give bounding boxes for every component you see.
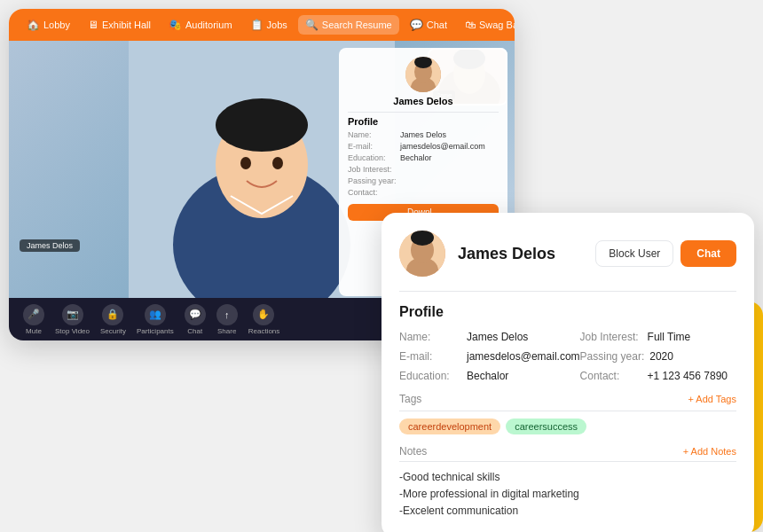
mute-button[interactable]: 🎤 Mute — [23, 304, 44, 335]
chat-action-button[interactable]: Chat — [680, 240, 736, 267]
inline-field-name: Name: James Delos — [348, 130, 499, 139]
auditorium-icon: 🎭 — [169, 19, 182, 31]
note-line-1: -Good technical skills — [399, 469, 736, 486]
reactions-icon: ✋ — [253, 304, 274, 325]
inline-profile-name: James Delos — [348, 96, 499, 106]
tag-career-success: careersuccess — [506, 419, 586, 434]
pc-field-contact: Contact: +1 123 456 7890 — [580, 370, 736, 382]
stop-video-button[interactable]: 📷 Stop Video — [55, 304, 90, 335]
main-wrapper: 🏠 Lobby 🖥 Exhibit Hall 🎭 Auditorium 📋 Jo… — [9, 9, 754, 523]
nav-bar: 🏠 Lobby 🖥 Exhibit Hall 🎭 Auditorium 📋 Jo… — [9, 9, 515, 41]
nav-search-resume[interactable]: 🔍 Search Resume — [298, 15, 399, 35]
camera-icon: 📷 — [62, 304, 83, 325]
jobs-icon: 📋 — [250, 19, 264, 31]
security-icon: 🔒 — [102, 304, 123, 325]
pc-field-email: E-mail: jamesdelos@email.com — [399, 350, 580, 363]
nav-jobs[interactable]: 📋 Jobs — [243, 15, 295, 35]
nav-exhibit[interactable]: 🖥 Exhibit Hall — [81, 15, 158, 35]
nav-chat[interactable]: 💬 Chat — [403, 15, 454, 35]
notes-divider — [399, 461, 736, 462]
profile-card-actions: Block User Chat — [595, 240, 736, 267]
video-name-badge: James Delos — [20, 239, 80, 252]
nav-swag[interactable]: 🛍 Swag Bag — [458, 15, 515, 35]
controls-group-left: 🎤 Mute 📷 Stop Video 🔒 Security 👥 Partici… — [23, 304, 279, 335]
inline-field-jobint: Job Interest: — [348, 165, 499, 174]
notes-label: Notes — [399, 445, 427, 458]
tag-divider — [399, 411, 736, 411]
pc-field-jobint: Job Interest: Full Time — [580, 331, 736, 343]
chat-button-ctrl[interactable]: 💬 Chat — [185, 304, 206, 335]
profile-card-header: James Delos Block User Chat — [399, 231, 736, 277]
pc-field-name: Name: James Delos — [399, 331, 580, 343]
notes-row: Notes + Add Notes — [399, 445, 736, 458]
note-line-2: -More professional in digital marketing — [399, 486, 736, 503]
share-button[interactable]: ↑ Share — [216, 304, 238, 335]
chat-ctrl-icon: 💬 — [185, 304, 206, 325]
participants-icon: 👥 — [145, 304, 166, 325]
add-notes-button[interactable]: + Add Notes — [683, 446, 736, 457]
profile-card-divider — [399, 291, 736, 292]
tag-career-dev: careerdevelopment — [399, 419, 500, 434]
svg-point-4 — [216, 98, 308, 152]
note-line-3: -Excelent communication — [399, 503, 736, 520]
inline-field-contact: Contact: — [348, 188, 499, 197]
exhibit-icon: 🖥 — [88, 19, 98, 31]
tags-list: careerdevelopment careersuccess — [399, 419, 736, 434]
profile-card-grid: Name: James Delos Job Interest: Full Tim… — [399, 331, 736, 382]
tags-row: Tags + Add Tags — [399, 393, 736, 405]
pc-field-passing: Passing year: 2020 — [580, 350, 736, 363]
inline-section-title: Profile — [348, 116, 499, 127]
tags-label: Tags — [399, 393, 421, 405]
participants-button[interactable]: 👥 Participants — [137, 304, 174, 335]
nav-auditorium[interactable]: 🎭 Auditorium — [161, 15, 240, 35]
profile-card-section: Profile — [399, 304, 736, 320]
swag-icon: 🛍 — [465, 19, 476, 31]
inline-avatar — [405, 57, 441, 92]
svg-point-6 — [272, 157, 283, 169]
svg-point-5 — [240, 157, 251, 169]
profile-card: James Delos Block User Chat Profile Name… — [382, 213, 754, 532]
share-icon: ↑ — [216, 304, 238, 325]
chat-icon: 💬 — [410, 19, 423, 31]
home-icon: 🏠 — [27, 19, 40, 31]
mute-icon: 🎤 — [23, 304, 44, 325]
profile-card-name: James Delos — [458, 245, 583, 263]
security-button[interactable]: 🔒 Security — [100, 304, 126, 335]
nav-lobby[interactable]: 🏠 Lobby — [20, 15, 77, 35]
search-icon: 🔍 — [305, 19, 319, 31]
inline-field-email: E-mail: jamesdelos@email.com — [348, 142, 499, 151]
block-user-button[interactable]: Block User — [595, 240, 673, 267]
reactions-button[interactable]: ✋ Reactions — [248, 304, 280, 335]
inline-field-edu: Education: Bechalor — [348, 153, 499, 162]
profile-card-avatar — [399, 231, 445, 277]
inline-field-passing: Passing year: — [348, 176, 499, 185]
pc-field-edu: Education: Bechalor — [399, 370, 580, 382]
notes-content: -Good technical skills -More professiona… — [399, 469, 736, 520]
add-tags-button[interactable]: + Add Tags — [688, 394, 736, 404]
